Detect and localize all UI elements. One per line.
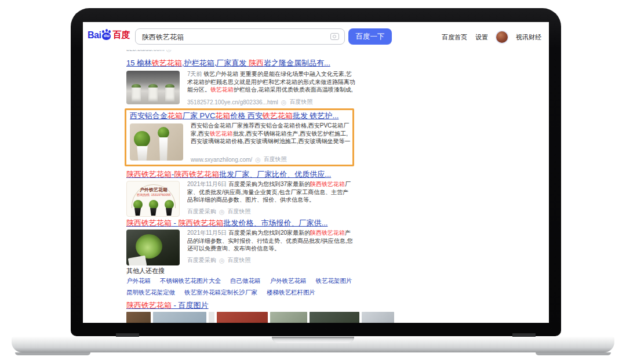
result-thumbnail-2[interactable] bbox=[130, 123, 183, 161]
related-searches-row-1: 户外花箱 不锈钢铁艺花图片大全 自己做花箱 户外铁艺花箱 铁艺花架图片 bbox=[126, 277, 352, 285]
camera-icon[interactable] bbox=[330, 33, 339, 40]
result-title-3[interactable]: 陕西铁艺花箱-陕西铁艺花箱批发厂家、厂家比价、优质供应... bbox=[126, 170, 331, 179]
baidu-paw-icon: du bbox=[101, 30, 111, 40]
result-abstract-3: 2021年11月6日 百度爱采购为您找到37家最新的陕西铁艺花箱厂家、优质批发/… bbox=[187, 180, 354, 204]
user-avatar[interactable] bbox=[496, 31, 508, 43]
laptop-foot-left bbox=[15, 352, 90, 355]
pot-graphic bbox=[150, 208, 157, 216]
related-searches-title: 其他人还在搜 bbox=[126, 267, 165, 275]
topiary-graphic bbox=[134, 131, 150, 147]
result-abstract-2: 西安铝合金花箱厂家推荐西安铝合金花箱价格,西安PVC花箱厂家,西安铁艺花箱批发,… bbox=[191, 122, 352, 145]
result-source-2: www.sxyanzhilong.com/ bbox=[191, 156, 252, 163]
pot-graphic bbox=[128, 256, 147, 265]
related-search-link[interactable]: 铁艺室外花箱定制长沙厂家 bbox=[184, 289, 257, 297]
image-thumbnail[interactable] bbox=[126, 312, 151, 323]
topiary-graphic bbox=[133, 200, 143, 209]
snapshot-link-4[interactable]: 百度快照 bbox=[228, 256, 251, 264]
related-search-link[interactable]: 楼梯铁艺栏杆图片 bbox=[267, 289, 315, 297]
laptop-notch bbox=[272, 337, 354, 343]
search-box[interactable] bbox=[135, 28, 345, 45]
topiary-graphic bbox=[158, 127, 169, 139]
snapshot-icon: ◎ bbox=[219, 257, 225, 263]
baidu-logo[interactable]: Bai du 百度 bbox=[88, 30, 130, 41]
planter-graphic bbox=[136, 146, 148, 161]
result-source-3: 百度爱采购 bbox=[187, 208, 216, 216]
thumbnail-phone: 咨询热线: 15319760055 bbox=[127, 193, 180, 197]
image-thumbnail[interactable] bbox=[209, 312, 214, 323]
pot-graphic bbox=[165, 208, 173, 216]
result-title-2[interactable]: 西安铝合金花箱厂家 PVC花箱价格 西安铁艺花箱批发 铁艺护... bbox=[130, 111, 339, 121]
search-header: Bai du 百度 百度一下 百度首页 设置 视讯财经 bbox=[83, 22, 549, 50]
laptop-foot-right bbox=[536, 352, 611, 355]
result-meta-3: 百度爱采购 ◎ 百度快照 bbox=[187, 208, 251, 216]
related-searches-row-2: 昆明铁艺花架定做 铁艺室外花箱定制长沙厂家 楼梯铁艺栏杆图片 bbox=[126, 289, 315, 297]
planter-graphic bbox=[148, 88, 158, 101]
topiary-graphic bbox=[165, 200, 174, 209]
nav-baidu-home-link[interactable]: 百度首页 bbox=[442, 33, 467, 42]
snapshot-link-2[interactable]: 百度快照 bbox=[264, 155, 287, 163]
search-input[interactable] bbox=[141, 30, 329, 45]
result-abstract-4: 2021年11月5日 百度爱采购为您找到20家最新的陕西铁艺花箱产品的详细参数、… bbox=[187, 229, 354, 253]
username-label[interactable]: 视讯财经 bbox=[516, 33, 541, 42]
header-nav: 百度首页 设置 视讯财经 bbox=[442, 31, 541, 43]
related-search-link[interactable]: 户外铁艺花箱 bbox=[270, 277, 307, 285]
snapshot-icon: ◎ bbox=[219, 209, 225, 214]
image-thumbnail[interactable] bbox=[270, 312, 307, 323]
related-search-link[interactable]: 户外花箱 bbox=[126, 277, 151, 285]
planter-graphic bbox=[159, 137, 168, 161]
result-title-4[interactable]: 陕西铁艺花箱 - 陕西铁艺花箱批发价格、市场报价、厂家供... bbox=[126, 219, 327, 228]
result-thumbnail-3[interactable]: 户外铁艺花箱 咨询热线: 15319760055 bbox=[126, 181, 180, 217]
logo-text-bai: Bai bbox=[88, 30, 101, 41]
planter-graphic bbox=[165, 88, 174, 101]
plant-graphic bbox=[136, 234, 162, 259]
topiary-graphic bbox=[149, 200, 158, 209]
result-source-4: 百度爱采购 bbox=[187, 256, 216, 264]
result-thumbnail-1[interactable] bbox=[126, 71, 180, 104]
related-search-link[interactable]: 不锈钢铁艺花图片大全 bbox=[160, 277, 221, 285]
nav-settings-link[interactable]: 设置 bbox=[475, 33, 488, 42]
related-search-link[interactable]: 昆明铁艺花架定做 bbox=[126, 289, 175, 297]
snapshot-link-1[interactable]: 百度快照 bbox=[289, 98, 312, 106]
image-thumbnail[interactable] bbox=[217, 312, 268, 323]
image-thumbnail[interactable] bbox=[310, 312, 359, 323]
image-thumbnail[interactable] bbox=[362, 312, 394, 323]
related-search-link[interactable]: 铁艺花架图片 bbox=[316, 277, 352, 285]
result-source-1: 35182572.100ye.cn/g802336...html bbox=[187, 99, 278, 105]
thumbnail-caption: 户外铁艺花箱 bbox=[127, 187, 180, 193]
laptop-base bbox=[12, 337, 614, 352]
snapshot-icon: ◎ bbox=[281, 99, 287, 105]
images-section-title[interactable]: 陕西铁艺花箱 - 百度图片 bbox=[126, 301, 209, 310]
logo-text-brand: 百度 bbox=[112, 30, 130, 41]
planter-graphic bbox=[132, 88, 141, 101]
result-meta-1: 35182572.100ye.cn/g802336...html ◎ 百度快照 bbox=[187, 98, 312, 106]
baidu-search-button[interactable]: 百度一下 bbox=[348, 28, 392, 45]
image-thumbnail-strip bbox=[126, 312, 394, 323]
result-abstract-1: 7天前 铁艺户外花箱 更重要的是能在绿化场景中融入文化元素,艺术花箱护栏顾名思义… bbox=[187, 70, 355, 94]
result-meta-2: www.sxyanzhilong.com/ ◎ 百度快照 bbox=[191, 155, 287, 163]
laptop-mockup: b2b.baidu.com ◎ 15 榆林铁艺花箱,护栏花箱,厂家直发 陕西岩之… bbox=[0, 0, 626, 364]
result-meta-4: 百度爱采购 ◎ 百度快照 bbox=[187, 256, 251, 264]
pot-graphic bbox=[134, 208, 141, 216]
result-thumbnail-4[interactable] bbox=[126, 230, 180, 265]
result-title-1[interactable]: 15 榆林铁艺花箱,护栏花箱,厂家直发 陕西岩之隆金属制品有... bbox=[126, 59, 330, 68]
image-thumbnail[interactable] bbox=[153, 312, 206, 323]
snapshot-link-3[interactable]: 百度快照 bbox=[228, 208, 251, 216]
related-search-link[interactable]: 自己做花箱 bbox=[230, 277, 261, 285]
snapshot-icon: ◎ bbox=[255, 156, 261, 162]
browser-screen: b2b.baidu.com ◎ 15 榆林铁艺花箱,护栏花箱,厂家直发 陕西岩之… bbox=[83, 22, 549, 323]
